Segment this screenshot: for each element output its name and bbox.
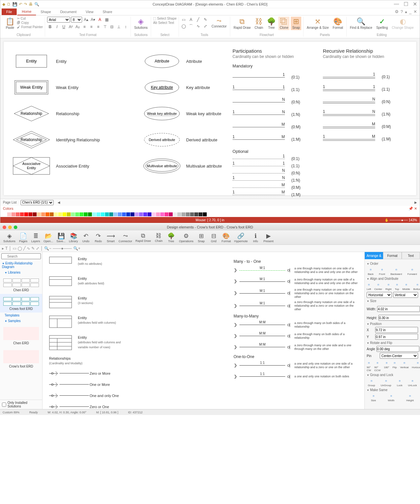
tree-templates[interactable]: Templates	[0, 313, 42, 318]
cardinality-example[interactable]: M:Ma zero through many on one side and a…	[234, 343, 358, 352]
clone-button[interactable]: ⿻Clone	[278, 17, 289, 30]
color-swatch[interactable]	[37, 212, 41, 216]
color-swatch[interactable]	[148, 212, 151, 216]
color-swatch[interactable]	[190, 212, 194, 216]
canvas[interactable]: EntityEntity Weak EntityWeak Entity Rela…	[0, 38, 420, 199]
tb-redo-button[interactable]: ↷Redo	[93, 232, 104, 243]
color-swatch[interactable]	[88, 212, 92, 216]
hand-tool-icon[interactable]: ✋	[385, 218, 389, 222]
solutions-button[interactable]: ◈Solutions	[133, 17, 149, 30]
panel-center-button[interactable]: ▫Center	[374, 282, 382, 291]
color-swatch[interactable]	[28, 212, 32, 216]
cardinality-line[interactable]: N(0:N)	[233, 96, 316, 108]
color-swatch[interactable]	[131, 212, 134, 216]
cardinality-line[interactable]: M(0:M)	[233, 184, 316, 191]
zoom-out-icon[interactable]: 🔍−	[44, 246, 51, 251]
page-select[interactable]: Chen's ERD (1/1)	[21, 200, 54, 205]
mac-minimize-icon[interactable]	[8, 225, 12, 229]
color-swatch[interactable]	[24, 212, 28, 216]
panel-top-button[interactable]: ▫Top	[395, 282, 399, 291]
highlight-icon[interactable]: ▦	[104, 17, 110, 23]
ribbon-collapse-icon[interactable]: ▴	[405, 9, 407, 14]
cardinality-example[interactable]: M:Ma one through many on both sides of a…	[234, 332, 358, 341]
weak-entity-shape[interactable]: Weak Entity	[13, 80, 49, 95]
panel-middle-button[interactable]: ▫Middle	[402, 282, 410, 291]
rtab-text[interactable]: Text	[402, 252, 420, 259]
cardinality-line[interactable]: 11(1:1)	[233, 83, 316, 96]
cardinality-line[interactable]: 1N(1:N)	[323, 108, 407, 120]
home-tab[interactable]: Home	[17, 8, 36, 15]
cardinality-line[interactable]: 1N(1:N)	[233, 177, 316, 184]
cardinality-line[interactable]: 1M(1:M)	[323, 133, 407, 145]
color-swatch[interactable]	[169, 212, 173, 216]
qat-redo-icon[interactable]: ↷	[24, 2, 27, 7]
format-painter-button[interactable]: 🖌Format Painter	[17, 25, 43, 29]
color-swatch[interactable]	[67, 212, 71, 216]
size-section[interactable]: Size	[367, 299, 418, 303]
eyedrop-icon[interactable]: ⤢	[36, 246, 39, 251]
color-swatch[interactable]	[92, 212, 96, 216]
align-left-icon[interactable]: ≡	[81, 24, 87, 30]
rapid-draw-button[interactable]: ⧉Rapid Draw	[232, 17, 252, 30]
cardinality-example[interactable]: M:1a zero through many notation on one s…	[234, 300, 358, 311]
format-panel-button[interactable]: 🎨Format	[331, 17, 344, 30]
tb-save-button[interactable]: 💾Save...	[55, 232, 67, 243]
entity-variant[interactable]: Entity(with attributes field)	[49, 276, 134, 293]
colors-close-icon[interactable]: ✕	[414, 207, 417, 210]
tree-samples[interactable]: Samples	[0, 318, 42, 324]
relationship-notation[interactable]: One and only One	[49, 391, 134, 400]
ribbon-min-icon[interactable]: _	[409, 9, 411, 14]
color-swatch[interactable]	[41, 212, 45, 216]
tb-chain-button[interactable]: ⛓Chain	[153, 232, 165, 243]
cardinality-example[interactable]: 1:1a one and only one notation on both s…	[234, 372, 358, 381]
tb-open-button[interactable]: 📂Open...	[42, 232, 55, 243]
color-swatch[interactable]	[165, 212, 168, 216]
shape-tool-icon[interactable]: ▭	[181, 17, 187, 23]
line-spacing-icon[interactable]: ↕	[123, 24, 129, 30]
tree-button[interactable]: 🌳Tree	[266, 17, 277, 30]
chain-button[interactable]: ⛓Chain	[253, 17, 264, 30]
color-swatch[interactable]	[54, 212, 58, 216]
color-swatch[interactable]	[114, 212, 117, 216]
pin-select[interactable]: Center-Center	[380, 353, 418, 359]
entity-variant[interactable]: Entity(3 sections)	[49, 296, 134, 312]
panel--button[interactable]: ▫180°	[384, 360, 389, 372]
cardinality-line[interactable]: 1N(1:N)	[233, 108, 316, 121]
cardinality-line[interactable]: 1(0:1)	[233, 71, 316, 83]
x-input[interactable]	[375, 327, 418, 333]
colors-pin-icon[interactable]: 📌	[409, 207, 413, 210]
color-swatch[interactable]	[177, 212, 181, 216]
tb-hypernote-button[interactable]: 🔗Hypernote	[233, 232, 249, 243]
angle-input[interactable]	[376, 346, 419, 352]
line-tool-icon[interactable]: ╱	[195, 17, 201, 23]
panel-group-button[interactable]: ▫Group	[368, 378, 375, 387]
italic-icon[interactable]: I	[54, 24, 60, 30]
tb-undo-button[interactable]: ↶Undo	[80, 232, 92, 243]
dist-vertical-select[interactable]: Vertical	[393, 292, 418, 298]
sample-crows-foot-erd[interactable]: Crow's foot ERD	[0, 347, 42, 370]
color-swatch[interactable]	[58, 212, 62, 216]
relationship-notation[interactable]: Zero or More	[49, 369, 134, 378]
lib-crows-foot-erd[interactable]: Crows foot ERD	[0, 294, 42, 313]
panel-unlock-button[interactable]: ▫UnLock	[408, 378, 417, 387]
mac-canvas[interactable]: Entity(with no attributes)Entity(with at…	[43, 252, 364, 409]
position-section[interactable]: Position	[367, 322, 418, 326]
color-swatch[interactable]	[160, 212, 164, 216]
color-swatch[interactable]	[16, 212, 20, 216]
tb-tree-button[interactable]: 🌳Tree	[165, 232, 177, 243]
panel-forward-button[interactable]: ▫Forward	[407, 267, 417, 276]
paste-button[interactable]: 📋Paste	[4, 17, 16, 30]
valign-mid-icon[interactable]: ⊟	[109, 24, 115, 30]
mac-zoom-icon[interactable]	[14, 225, 17, 229]
dist-horizontal-select[interactable]: Horizontal	[367, 292, 392, 298]
color-swatch[interactable]	[122, 212, 126, 216]
maximize-icon[interactable]: ☐	[404, 1, 408, 7]
tb-smart-button[interactable]: ⟿Smart	[105, 232, 117, 243]
attribute-shape[interactable]: Attribute	[142, 54, 182, 68]
cardinality-example[interactable]: M:1a zero through many notation on one s…	[234, 277, 358, 286]
tb-info-button[interactable]: ℹInfo	[250, 232, 261, 243]
spelling-button[interactable]: ✓Spelling	[375, 17, 389, 30]
cardinality-line[interactable]: M(0:M)	[233, 121, 316, 133]
align-right-icon[interactable]: ≡	[95, 24, 101, 30]
entity-shape[interactable]: Entity	[13, 55, 49, 68]
